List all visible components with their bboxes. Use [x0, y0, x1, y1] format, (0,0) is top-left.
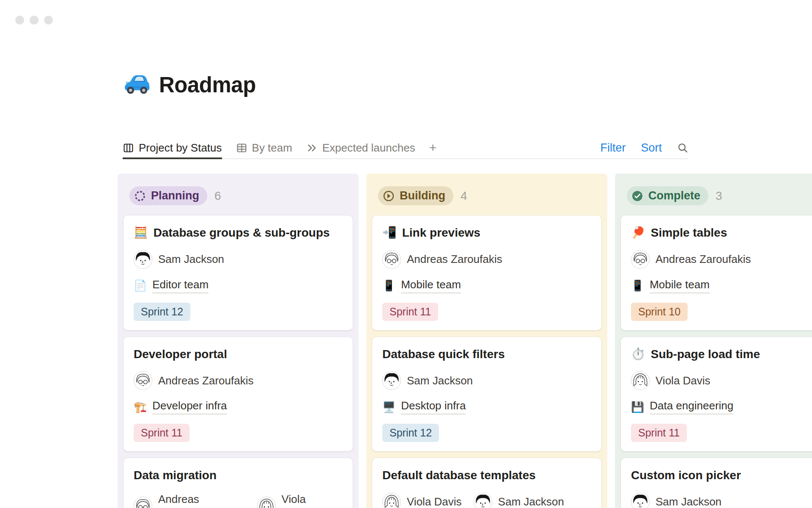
- window-control-dot[interactable]: [30, 16, 38, 25]
- card-title: Database quick filters: [382, 347, 505, 362]
- filter-button[interactable]: Filter: [600, 141, 625, 155]
- sprint-tag: Sprint 12: [134, 303, 190, 321]
- person-chip: Andreas Zaroufakis: [382, 250, 502, 269]
- card-title: Simple tables: [651, 226, 727, 240]
- stopwatch-emoji-icon: ⏱️: [631, 348, 645, 360]
- person-name: Viola Davis: [282, 493, 331, 508]
- tab-by-team[interactable]: By team: [236, 136, 292, 159]
- avatar-sam-jackson: [474, 493, 492, 508]
- add-view-button[interactable]: +: [429, 136, 437, 159]
- window-control-dot[interactable]: [15, 16, 24, 25]
- avatar-viola-davis: [382, 493, 401, 508]
- avatar-andreas-zaroufakis: [134, 497, 152, 508]
- column-count: 4: [461, 189, 467, 203]
- window-control-dot[interactable]: [44, 16, 53, 25]
- column-header: Building 4: [378, 186, 601, 205]
- card-title: Link previews: [402, 226, 480, 240]
- card-default-database-templates[interactable]: Default database templates Viola Davis S…: [372, 458, 601, 508]
- status-badge-complete[interactable]: Complete: [627, 186, 708, 205]
- person-chip: Andreas Zaroufakis: [134, 371, 253, 390]
- blue-car-emoji-icon: [123, 71, 150, 98]
- avatar-sam-jackson: [134, 250, 152, 269]
- card-link-previews[interactable]: 📲 Link previews Andreas Zaroufakis 📱 Mob…: [372, 215, 601, 330]
- phone-with-arrow-emoji-icon: 📲: [382, 227, 397, 238]
- column-header: Planning 6: [129, 186, 353, 205]
- avatar-andreas-zaroufakis: [631, 250, 650, 269]
- sort-button[interactable]: Sort: [641, 141, 662, 155]
- table-view-icon: [236, 142, 247, 154]
- window-controls[interactable]: [15, 16, 53, 25]
- sprint-tag: Sprint 12: [382, 424, 439, 442]
- ping-pong-emoji-icon: 🏓: [631, 227, 645, 238]
- dashed-circle-icon: [134, 190, 146, 202]
- tab-project-by-status[interactable]: Project by Status: [123, 136, 222, 159]
- card-simple-tables[interactable]: 🏓 Simple tables Andreas Zaroufakis 📱 Mob…: [621, 215, 812, 330]
- column-complete: Complete 3 🏓 Simple tables Andreas Zarou…: [615, 174, 812, 508]
- column-count: 6: [214, 189, 221, 203]
- play-circle-icon: [382, 190, 395, 202]
- person-name: Andreas Zaroufakis: [158, 374, 253, 387]
- column-building: Building 4 📲 Link previews Andreas Zarou…: [366, 174, 607, 508]
- avatar-andreas-zaroufakis: [382, 250, 401, 269]
- person-name: Sam Jackson: [656, 495, 721, 508]
- page-emoji-icon: 📄: [134, 280, 147, 291]
- search-icon: [677, 142, 689, 154]
- status-badge-building[interactable]: Building: [378, 186, 453, 205]
- team-link[interactable]: Data engineering: [650, 399, 733, 414]
- card-custom-icon-picker[interactable]: Custom icon picker Sam Jackson 📦 Core Pr…: [621, 458, 812, 508]
- person-chip: Andreas Zaroufakis: [134, 493, 245, 508]
- team-link[interactable]: Mobile team: [650, 278, 710, 293]
- card-title: Database groups & sub-groups: [154, 226, 330, 240]
- kanban-board: Planning 6 🧮 Database groups & sub-group…: [118, 174, 812, 508]
- status-badge-planning[interactable]: Planning: [129, 186, 207, 205]
- person-chip: Andreas Zaroufakis: [631, 250, 751, 269]
- person-chip: Viola Davis: [382, 493, 462, 508]
- team-link[interactable]: Editor team: [152, 278, 208, 293]
- card-title: Custom icon picker: [631, 468, 741, 483]
- person-chip: Sam Jackson: [631, 493, 721, 508]
- avatar-sam-jackson: [382, 371, 401, 390]
- person-chip: Sam Jackson: [474, 493, 564, 508]
- team-link[interactable]: Developer infra: [152, 399, 227, 414]
- person-name: Sam Jackson: [407, 374, 473, 387]
- view-bar-actions: Filter Sort: [600, 141, 689, 155]
- card-database-groups[interactable]: 🧮 Database groups & sub-groups Sam Jacks…: [123, 215, 353, 330]
- person-name: Viola Davis: [407, 495, 462, 508]
- sprint-tag: Sprint 11: [134, 424, 189, 442]
- page-title: Roadmap: [159, 72, 256, 97]
- card-title: Sub-page load time: [651, 347, 760, 362]
- card-title: Data migration: [134, 468, 217, 483]
- chevrons-right-icon: [306, 142, 318, 154]
- avatar-viola-davis: [631, 371, 650, 390]
- person-name: Sam Jackson: [158, 253, 224, 266]
- sprint-tag: Sprint 11: [631, 424, 687, 442]
- abacus-emoji-icon: 🧮: [134, 227, 148, 238]
- person-chip: Sam Jackson: [382, 371, 473, 390]
- mobile-phone-emoji-icon: 📱: [631, 280, 644, 291]
- card-title: Developer portal: [134, 347, 227, 362]
- team-link[interactable]: Mobile team: [401, 278, 461, 293]
- column-count: 3: [716, 189, 722, 203]
- sprint-tag: Sprint 10: [631, 303, 688, 321]
- view-switcher-bar: Project by Status By team Expected launc…: [123, 136, 689, 159]
- person-name: Andreas Zaroufakis: [407, 253, 502, 266]
- card-sub-page-load-time[interactable]: ⏱️ Sub-page load time Viola Davis 💾 Data…: [621, 337, 812, 452]
- active-tab-underline: [123, 157, 222, 159]
- search-button[interactable]: [677, 142, 689, 154]
- avatar-sam-jackson: [631, 493, 650, 508]
- card-title: Default database templates: [382, 468, 536, 483]
- plus-icon: +: [429, 141, 437, 155]
- person-name: Viola Davis: [656, 374, 710, 387]
- mobile-phone-emoji-icon: 📱: [382, 280, 395, 291]
- tab-expected-launches[interactable]: Expected launches: [306, 136, 415, 159]
- person-chip: Sam Jackson: [134, 250, 224, 269]
- sprint-tag: Sprint 11: [382, 303, 438, 321]
- person-chip: Viola Davis: [631, 371, 710, 390]
- card-data-migration[interactable]: Data migration Andreas Zaroufakis Viola …: [123, 458, 353, 508]
- board-view-icon: [123, 142, 134, 154]
- card-database-quick-filters[interactable]: Database quick filters Sam Jackson 🖥️ De…: [372, 337, 601, 452]
- crane-emoji-icon: 🏗️: [134, 402, 147, 412]
- team-link[interactable]: Desktop infra: [401, 399, 466, 414]
- card-developer-portal[interactable]: Developer portal Andreas Zaroufakis 🏗️ D…: [123, 337, 353, 452]
- avatar-andreas-zaroufakis: [134, 371, 152, 390]
